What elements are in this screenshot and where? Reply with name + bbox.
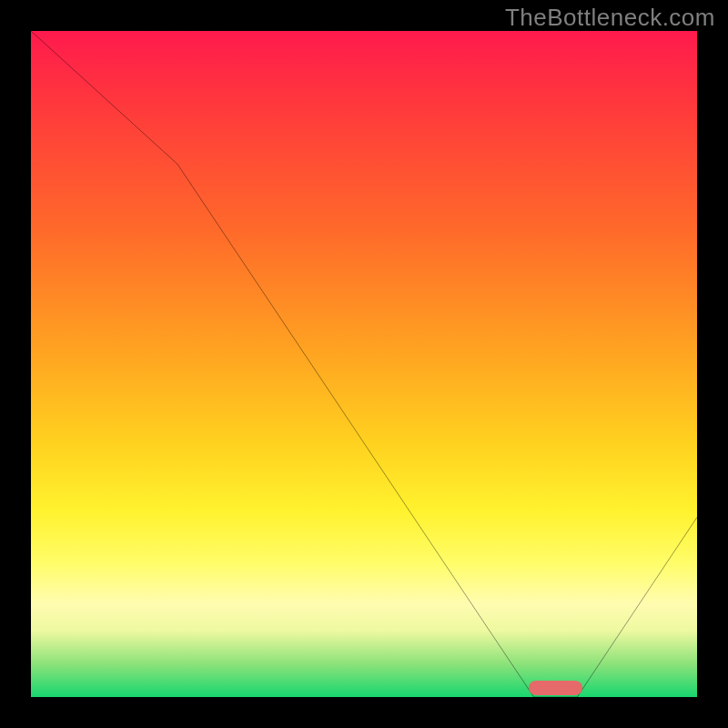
- optimal-range-marker: [529, 681, 583, 695]
- bottleneck-curve: [31, 31, 697, 697]
- watermark-text: TheBottleneck.com: [505, 4, 715, 32]
- chart-stage: TheBottleneck.com: [0, 0, 728, 728]
